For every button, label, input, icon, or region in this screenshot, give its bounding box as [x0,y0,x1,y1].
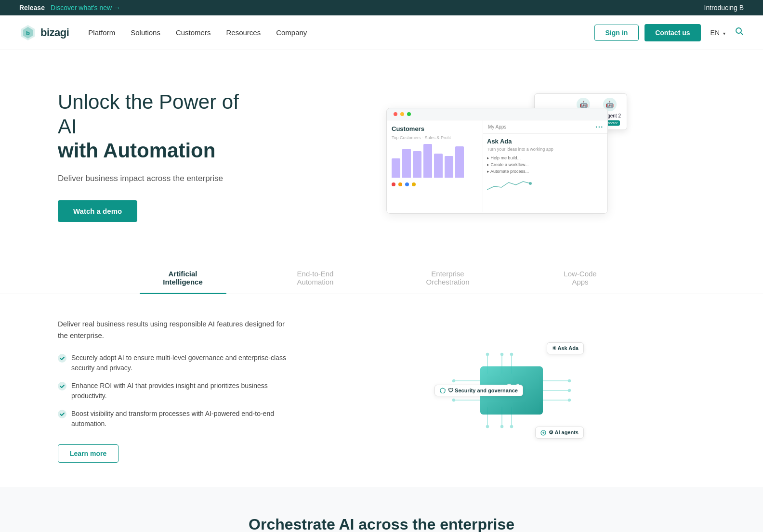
legend [392,182,478,186]
tabs-container: ArtificialIntelligence End-to-EndAutomat… [117,262,646,294]
feature-item-1: Securely adopt AI to ensure multi-level … [58,353,289,373]
signin-button[interactable]: Sign in [594,25,639,41]
dashboard-right: My Apps • • • Ask Ada Turn your ideas in… [483,120,607,212]
svg-point-33 [487,353,489,356]
top-banner: Release Discover what's new → Introducin… [0,0,763,15]
ada-item-2: ▸ Create a workflow... [487,161,604,168]
tab-lowcode[interactable]: Low-CodeApps [537,262,624,294]
tab-intro: Deliver real business results using resp… [58,318,289,341]
contact-button[interactable]: Contact us [645,24,700,41]
bottom-section: Orchestrate AI across the enterprise [0,487,763,532]
tab-orchestration-label: EnterpriseOrchestration [426,270,469,286]
tab-orchestration[interactable]: EnterpriseOrchestration [405,262,491,294]
bar-chart [392,144,478,178]
learn-more-button[interactable]: Learn more [58,444,118,463]
nav-solutions[interactable]: Solutions [131,28,160,37]
nav-resources[interactable]: Resources [226,28,261,37]
svg-point-8 [58,410,66,418]
legend-dot-amber [398,182,402,186]
svg-point-24 [568,389,571,392]
feature-text-2: Enhance ROI with AI that provides insigh… [71,381,289,401]
chart-subtitle: Top Customers - Sales & Profit [392,135,478,140]
svg-point-25 [568,380,571,382]
bottom-title: Orchestrate AI across the enterprise [19,516,744,532]
svg-text:b: b [26,29,30,37]
feature-text-3: Boost visibility and transform processes… [71,409,289,429]
svg-point-6 [58,354,66,363]
search-icon[interactable] [735,27,744,38]
legend-dot-red [392,182,395,186]
check-icon-1 [58,354,66,366]
lang-selector[interactable]: EN [710,29,725,37]
check-icon-3 [58,410,66,422]
svg-line-4 [741,33,743,35]
tab-lowcode-label: Low-CodeApps [564,270,596,286]
svg-point-35 [511,353,513,356]
security-badge-text: 🛡 Security and governance [448,388,518,393]
banner-release: Release [19,4,45,12]
tab-automation-label: End-to-EndAutomation [297,270,334,286]
svg-point-26 [568,399,571,402]
ada-item-3: ▸ Automate process... [487,168,604,175]
legend-dot-blue [405,182,409,186]
myapps-label: My Apps [488,124,506,130]
bar-6 [445,156,453,178]
lang-chevron-icon [722,29,725,37]
bar-3 [413,151,421,178]
banner-right: Introducing B [704,4,744,12]
bar-2 [402,149,411,178]
tab-content-section: Deliver real business results using resp… [0,294,763,487]
tab-ai[interactable]: ArtificialIntelligence [140,262,226,294]
bar-5 [434,154,443,178]
nav-platform[interactable]: Platform [88,28,115,37]
lang-label: EN [710,29,720,37]
mini-chart [487,178,535,192]
nav-company[interactable]: Company [276,28,307,37]
tab-text: Deliver real business results using resp… [58,318,289,463]
dot-red [394,112,397,116]
tab-automation[interactable]: End-to-EndAutomation [272,262,359,294]
svg-point-34 [501,353,503,356]
myapps-header: My Apps • • • [483,120,607,134]
tab-ai-label: ArtificialIntelligence [163,270,203,286]
ada-item-1: ▸ Help me build... [487,155,604,161]
dashboard-content: Customers Top Customers - Sales & Profit [387,120,607,212]
dot-yellow [400,112,404,116]
dot-green [407,112,411,116]
feature-item-3: Boost visibility and transform processes… [58,409,289,429]
nav-links: Platform Solutions Customers Resources C… [88,28,594,37]
svg-point-7 [58,382,66,390]
banner-left: Release Discover what's new → [19,4,120,12]
svg-point-16 [453,380,455,382]
watch-demo-button[interactable]: Watch a demo [58,200,137,222]
logo[interactable]: b bizagi [19,24,69,41]
ask-ada-badge: ✳ Ask Ada [547,342,584,354]
legend-dot-yellow [412,182,416,186]
ai-visual: AI ✳ Ask Ada 🛡 Security and governance ⚙… [318,337,705,443]
svg-point-5 [529,182,532,185]
logo-text: bizagi [40,26,69,39]
bar-7 [455,146,464,178]
hero-text: Unlock the Power of AI with Automation D… [58,90,260,222]
dashboard-header [387,108,607,120]
myapps-options: • • • [596,125,603,130]
hero-image: New AI Agent 🤖 AI Agent 1 Connector 🤖 AI… [279,93,744,219]
ai-chip-container: AI ✳ Ask Ada 🛡 Security and governance ⚙… [434,337,589,443]
tabs-section: ArtificialIntelligence End-to-EndAutomat… [0,252,763,294]
ask-ada-panel: Ask Ada Turn your ideas into a working a… [483,134,607,212]
check-icon-2 [58,382,66,394]
svg-point-43 [501,426,503,428]
dashboard-left: Customers Top Customers - Sales & Profit [387,120,483,212]
nav-customers[interactable]: Customers [176,28,211,37]
logo-icon: b [19,24,37,41]
bar-1 [392,158,400,178]
dashboard-mockup: New AI Agent 🤖 AI Agent 1 Connector 🤖 AI… [386,93,637,219]
feature-text-1: Securely adopt AI to ensure multi-level … [71,353,289,373]
hero-subtitle: Deliver business impact across the enter… [58,172,260,185]
security-governance-badge: 🛡 Security and governance [434,385,523,396]
svg-point-42 [487,426,489,428]
banner-discover-link[interactable]: Discover what's new → [51,4,120,12]
shield-icon [440,388,446,393]
feature-item-2: Enhance ROI with AI that provides insigh… [58,381,289,401]
svg-point-17 [453,399,455,402]
